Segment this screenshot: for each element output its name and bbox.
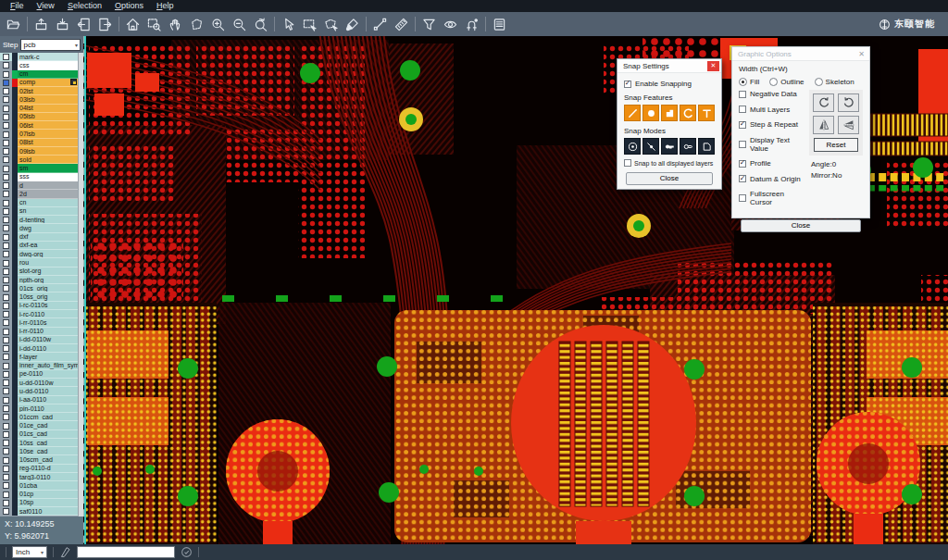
layer-visibility-checkbox[interactable] (3, 285, 9, 292)
snap-close-button[interactable]: Close (626, 172, 713, 185)
layer-visibility-checkbox[interactable] (3, 122, 9, 129)
layer-row-d[interactable]: d (0, 181, 78, 190)
layer-row-rou[interactable]: rou (0, 258, 78, 267)
menu-file[interactable]: File (4, 0, 31, 12)
layer-row-i-rr-0110s[interactable]: i-rr-0110s (0, 318, 78, 327)
checkbox-box[interactable] (739, 175, 746, 182)
menu-options[interactable]: Options (108, 0, 150, 12)
menu-help[interactable]: Help (150, 0, 181, 12)
layer-visibility-checkbox[interactable] (3, 191, 9, 197)
snap-mode-vertex-button[interactable] (698, 138, 715, 155)
layer-visibility-checkbox[interactable] (3, 492, 9, 498)
layer-visibility-checkbox[interactable] (3, 62, 9, 68)
layer-row-10ss_cad[interactable]: 10ss_cad (0, 439, 78, 447)
layer-row-10ss_orig[interactable]: 10ss_orig (0, 292, 78, 301)
layer-row-10sp[interactable]: 10sp (0, 499, 78, 507)
layer-row-comp[interactable]: comp (0, 79, 78, 87)
page-next-button[interactable] (94, 14, 116, 34)
reset-button[interactable]: Reset (814, 138, 858, 152)
layer-visibility-checkbox[interactable] (3, 166, 9, 172)
layer-row-u-dd-0110w[interactable]: u-dd-0110w (0, 379, 78, 387)
layer-row-03lsb[interactable]: 03lsb (0, 95, 78, 104)
layer-visibility-checkbox[interactable] (3, 397, 9, 404)
layer-visibility-checkbox[interactable] (3, 388, 9, 394)
layer-row-dxf[interactable]: dxf (0, 233, 78, 242)
layer-visibility-checkbox[interactable] (3, 106, 9, 112)
layer-visibility-checkbox[interactable] (3, 448, 9, 454)
option-profile[interactable]: Profile (739, 159, 805, 168)
radio-outline[interactable]: Outline (769, 78, 804, 86)
layer-visibility-checkbox[interactable] (3, 251, 9, 257)
layer-row-10se_cad[interactable]: 10se_cad (0, 447, 78, 455)
snap-feature-arc-button[interactable] (680, 105, 696, 121)
layer-visibility-checkbox[interactable] (3, 294, 9, 301)
menu-view[interactable]: View (31, 0, 61, 12)
layer-visibility-checkbox[interactable] (3, 363, 9, 369)
graphic-close-button[interactable]: Close (741, 219, 861, 232)
layer-row-mark-c[interactable]: mark-c (0, 53, 78, 61)
layer-visibility-checkbox[interactable] (3, 54, 9, 60)
layer-visibility-checkbox[interactable] (3, 474, 9, 480)
layer-row-10scm_cad[interactable]: 10scm_cad (0, 455, 78, 464)
zoom-window-button[interactable] (143, 14, 165, 34)
layer-row-i-dd-0110w[interactable]: i-dd-0110w (0, 336, 78, 344)
layer-visibility-checkbox[interactable] (3, 225, 9, 231)
radio-button[interactable] (769, 78, 778, 86)
layer-row-01ccm_cad[interactable]: 01ccm_cad (0, 413, 78, 421)
layer-row-sold[interactable]: sold (0, 156, 78, 164)
layer-row-sss[interactable]: sss (0, 173, 78, 181)
unit-dropdown[interactable]: Inch ▾ (12, 546, 47, 558)
radio-fill[interactable]: Fill (739, 78, 759, 86)
checkbox-box[interactable] (739, 141, 746, 148)
zoom-previous-button[interactable] (250, 14, 271, 34)
layer-row-01ce_cad[interactable]: 01ce_cad (0, 421, 78, 429)
draft-icon[interactable] (59, 546, 71, 558)
layer-visibility-checkbox[interactable] (3, 88, 9, 94)
layer-row-u-dd-0110[interactable]: u-dd-0110 (0, 387, 78, 395)
layer-row-saf0110[interactable]: saf0110 (0, 507, 78, 516)
import-down-button[interactable] (52, 14, 73, 34)
layer-row-dxf-ea[interactable]: dxf-ea (0, 242, 78, 250)
layer-row-dwg[interactable]: dwg (0, 224, 78, 232)
radio-button[interactable] (739, 78, 747, 86)
layer-row-04lst[interactable]: 04lst (0, 105, 78, 113)
report-doc-button[interactable] (489, 14, 510, 34)
layer-row-pin-0110[interactable]: pin-0110 (0, 404, 78, 413)
snap-mode-center-button[interactable] (624, 138, 641, 155)
layer-row-targ3-0110[interactable]: targ3-0110 (0, 473, 78, 481)
layer-visibility-checkbox[interactable] (3, 466, 9, 472)
view-eye-button[interactable] (440, 14, 461, 34)
layer-row-d-tenting[interactable]: d-tenting (0, 216, 78, 224)
option-fullscreen-cursor[interactable]: Fullscreen Cursor (739, 190, 805, 206)
command-input[interactable] (77, 546, 175, 558)
apply-icon[interactable] (181, 546, 193, 558)
layer-row-2d[interactable]: 2d (0, 190, 78, 198)
select-rect-button[interactable] (299, 14, 320, 34)
enable-snapping-checkbox[interactable]: Enable Snapping (624, 80, 715, 88)
layer-visibility-checkbox[interactable] (3, 140, 9, 146)
option-display-text-value[interactable]: Display Text Value (739, 136, 805, 153)
layer-visibility-checkbox[interactable] (3, 508, 9, 515)
layer-visibility-checkbox[interactable] (3, 268, 9, 275)
open-folder-button[interactable] (3, 14, 24, 34)
layer-visibility-checkbox[interactable] (3, 80, 9, 86)
layer-visibility-checkbox[interactable] (3, 114, 9, 120)
layer-row-dwg-org[interactable]: dwg-org (0, 250, 78, 258)
filter-button[interactable] (418, 14, 440, 34)
layer-visibility-checkbox[interactable] (3, 337, 9, 343)
layer-row-01cp[interactable]: 01cp (0, 491, 78, 499)
close-icon[interactable]: ✕ (855, 49, 867, 59)
checkbox-box[interactable] (739, 106, 746, 113)
close-icon[interactable]: ✕ (707, 61, 719, 71)
layer-row-f-layer[interactable]: f-layer (0, 353, 78, 361)
layer-row-02lst[interactable]: 02lst (0, 87, 78, 95)
layer-visibility-checkbox[interactable] (3, 405, 9, 412)
snap-feature-surface-button[interactable] (661, 105, 678, 121)
layer-row-i-aa-0110[interactable]: i-aa-0110 (0, 396, 78, 404)
layer-row-01cs_orig[interactable]: 01cs_orig (0, 284, 78, 292)
layer-visibility-checkbox[interactable] (3, 457, 9, 464)
zoom-polygon-button[interactable] (186, 14, 207, 34)
layer-row-cn[interactable]: cn (0, 199, 78, 207)
layer-row-05lsb[interactable]: 05lsb (0, 113, 78, 121)
snap-feature-line-button[interactable] (624, 105, 641, 121)
